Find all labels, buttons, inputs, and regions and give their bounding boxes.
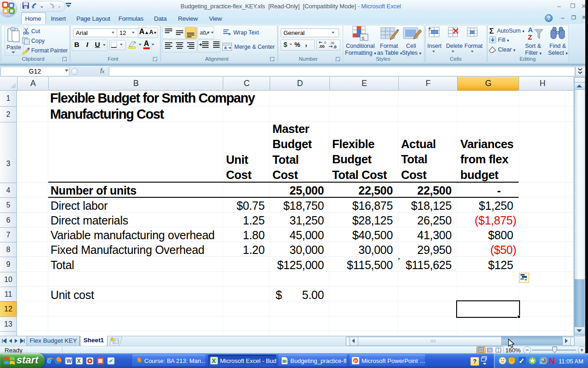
svg-text:X: X — [77, 358, 81, 364]
svg-text:.0: .0 — [323, 41, 326, 44]
svg-text:W: W — [67, 358, 72, 364]
svg-text:A: A — [528, 26, 533, 34]
svg-text:.00: .00 — [330, 41, 334, 45]
svg-text:ab: ab — [200, 29, 206, 36]
svg-text:X: X — [283, 360, 285, 363]
svg-text:a: a — [224, 45, 227, 50]
svg-text:P: P — [354, 359, 357, 363]
svg-text:.0: .0 — [333, 45, 337, 49]
svg-text:X: X — [212, 357, 216, 364]
svg-text:Z: Z — [528, 33, 532, 41]
svg-text:≤: ≤ — [362, 35, 364, 40]
svg-text:.00: .00 — [319, 44, 325, 49]
